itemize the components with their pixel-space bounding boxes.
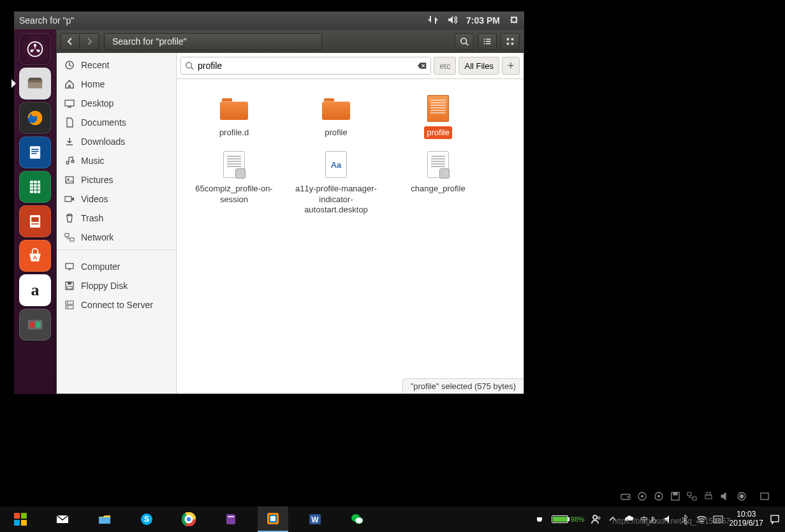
svg-point-20: [461, 38, 467, 44]
launcher-impress[interactable]: [19, 205, 51, 237]
people-icon[interactable]: [591, 514, 601, 524]
net-icon[interactable]: [687, 491, 697, 501]
plug-icon[interactable]: [535, 514, 545, 524]
svg-rect-11: [31, 153, 36, 154]
sidebar-item-trash[interactable]: Trash: [57, 209, 176, 228]
svg-point-52: [658, 496, 660, 498]
view-list-button[interactable]: [478, 33, 497, 50]
task-notes[interactable]: [216, 506, 246, 532]
sidebar-item-network[interactable]: Network: [57, 228, 176, 247]
launcher-calc[interactable]: [19, 171, 51, 203]
file-item[interactable]: profile: [286, 91, 386, 142]
task-skype[interactable]: S: [131, 506, 162, 532]
script-icon: [219, 149, 249, 180]
icon-view[interactable]: profile.dprofileprofile65compiz_profile-…: [177, 79, 524, 394]
view-grid-button[interactable]: [501, 33, 520, 50]
host-vm-systray: [620, 491, 770, 501]
printer-icon[interactable]: [703, 491, 714, 501]
task-explorer[interactable]: [89, 506, 120, 532]
svg-rect-28: [511, 38, 514, 41]
sidebar-item-desktop[interactable]: Desktop: [57, 94, 176, 113]
sidebar-item-computer[interactable]: Computer: [57, 257, 176, 276]
battery-icon[interactable]: [552, 515, 568, 523]
menubar-time[interactable]: 7:03 PM: [466, 15, 500, 26]
launcher-software[interactable]: A: [19, 240, 51, 272]
sidebar-item-label: Network: [81, 232, 114, 242]
file-item[interactable]: profile.d: [184, 91, 284, 142]
sidebar-item-connect-to-server[interactable]: Connect to Server: [57, 295, 176, 314]
cd-icon[interactable]: [637, 491, 647, 501]
svg-rect-35: [65, 196, 71, 202]
launcher-writer[interactable]: [19, 137, 51, 168]
svg-point-48: [627, 496, 629, 498]
launcher-amazon[interactable]: a: [19, 274, 51, 306]
file-item[interactable]: Aaa11y-profile-manager-indicator-autosta…: [286, 147, 386, 219]
ubuntu-menubar: Search for "p" 7:03 PM: [14, 11, 524, 29]
svg-rect-24: [486, 39, 490, 40]
filter-all-files[interactable]: All Files: [459, 57, 499, 75]
search-input[interactable]: [198, 61, 414, 71]
svg-point-83: [355, 517, 363, 524]
disk-icon[interactable]: [620, 491, 631, 501]
folder-icon: [321, 93, 351, 124]
filter-add-button[interactable]: +: [502, 57, 520, 75]
taskbar-clock[interactable]: 10:03 2019/6/17: [730, 510, 763, 528]
sidebar-item-recent[interactable]: Recent: [57, 55, 176, 75]
launcher-firefox[interactable]: [19, 102, 51, 134]
task-chrome[interactable]: [173, 506, 204, 532]
svg-rect-56: [693, 497, 696, 500]
sound-icon[interactable]: [447, 15, 457, 27]
path-bar[interactable]: Search for "profile": [104, 33, 322, 50]
clear-icon[interactable]: [418, 61, 427, 70]
sidebar-item-label: Floppy Disk: [81, 281, 128, 291]
launcher-overflow[interactable]: [19, 309, 51, 341]
search-icon: [185, 61, 194, 70]
cd2-icon[interactable]: [654, 491, 664, 501]
sidebar-item-pictures[interactable]: Pictures: [57, 170, 176, 189]
launcher-files[interactable]: [19, 68, 51, 100]
search-row: etc All Files +: [177, 53, 524, 79]
svg-rect-65: [21, 520, 27, 526]
file-label: 65compiz_profile-on-session: [187, 182, 281, 206]
sidebar-item-floppy-disk[interactable]: Floppy Disk: [57, 276, 176, 295]
sound2-icon[interactable]: [720, 491, 730, 501]
gear-icon[interactable]: [509, 15, 519, 27]
sidebar-item-music[interactable]: Music: [57, 151, 176, 170]
nav-back-button[interactable]: [61, 33, 80, 50]
svg-point-50: [642, 496, 643, 498]
nav-forward-button[interactable]: [80, 33, 99, 50]
task-mail[interactable]: [47, 506, 78, 532]
task-word[interactable]: W: [300, 506, 330, 532]
search-input-box[interactable]: [180, 57, 431, 75]
sidebar-item-home[interactable]: Home: [57, 75, 176, 94]
task-wechat[interactable]: [342, 506, 372, 532]
svg-rect-38: [66, 263, 73, 269]
svg-rect-25: [486, 41, 490, 42]
fullscreen-icon[interactable]: [759, 491, 770, 501]
filter-etc[interactable]: etc: [434, 57, 456, 75]
notification-icon[interactable]: [770, 514, 780, 524]
launcher-dash[interactable]: [19, 33, 51, 65]
svg-rect-54: [673, 492, 677, 495]
record-icon[interactable]: [737, 491, 747, 501]
network-icon[interactable]: [428, 15, 438, 27]
script-icon: [423, 149, 453, 180]
task-vmware[interactable]: [258, 506, 288, 532]
sidebar-item-documents[interactable]: Documents: [57, 113, 176, 132]
svg-rect-30: [511, 43, 514, 45]
files-window: Search for "profile" RecentHomeDesktopDo…: [56, 29, 524, 394]
start-button[interactable]: [5, 506, 36, 532]
file-item[interactable]: change_profile: [388, 147, 488, 219]
status-bar: "profile" selected (575 bytes): [402, 378, 524, 394]
file-item[interactable]: 65compiz_profile-on-session: [184, 147, 284, 219]
svg-point-46: [186, 63, 192, 68]
search-button[interactable]: [455, 33, 474, 50]
svg-rect-61: [761, 493, 768, 499]
svg-rect-9: [31, 149, 38, 150]
sidebar-item-label: Videos: [81, 194, 108, 204]
sidebar-item-videos[interactable]: Videos: [57, 189, 176, 209]
floppy-icon[interactable]: [670, 491, 680, 501]
sidebar-item-label: Documents: [81, 117, 126, 128]
sidebar-item-downloads[interactable]: Downloads: [57, 132, 176, 151]
file-item[interactable]: profile: [388, 91, 488, 142]
